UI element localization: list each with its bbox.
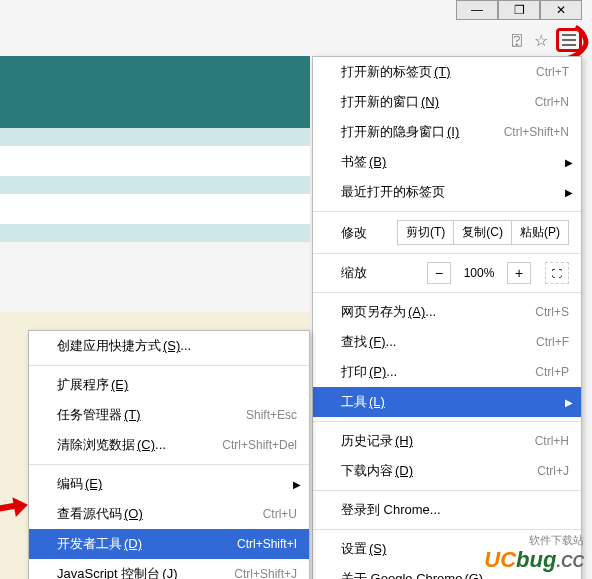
menu-recent-tabs[interactable]: 最近打开的标签页 ▶	[313, 177, 581, 207]
submenu-extensions[interactable]: 扩展程序(E)	[29, 370, 309, 400]
submenu-dev-tools[interactable]: 开发者工具(D) Ctrl+Shift+I	[29, 529, 309, 559]
submenu-js-console[interactable]: JavaScript 控制台(J) Ctrl+Shift+J	[29, 559, 309, 579]
menu-zoom-row: 缩放 − 100% + ⛶	[313, 258, 581, 288]
menu-settings[interactable]: 设置(S)	[313, 534, 581, 564]
menu-new-window[interactable]: 打开新的窗口(N) Ctrl+N	[313, 87, 581, 117]
cut-button[interactable]: 剪切(T)	[397, 220, 454, 245]
menu-separator	[313, 292, 581, 293]
favorite-icon[interactable]: ☆	[532, 31, 550, 49]
menu-save-as[interactable]: 网页另存为(A)... Ctrl+S	[313, 297, 581, 327]
menu-separator	[29, 365, 309, 366]
translate-icon[interactable]: ⍰	[508, 31, 526, 49]
chevron-right-icon: ▶	[565, 397, 573, 408]
toolbar: ⍰ ☆	[508, 28, 582, 52]
menu-downloads[interactable]: 下载内容(D) Ctrl+J	[313, 456, 581, 486]
menu-bookmarks[interactable]: 书签(B) ▶	[313, 147, 581, 177]
menu-tools[interactable]: 工具(L) ▶	[313, 387, 581, 417]
edit-label: 修改	[341, 224, 381, 242]
menu-about[interactable]: 关于 Google Chrome(G)	[313, 564, 581, 579]
menu-print[interactable]: 打印(P)... Ctrl+P	[313, 357, 581, 387]
fullscreen-button[interactable]: ⛶	[545, 262, 569, 284]
paste-button[interactable]: 粘贴(P)	[512, 220, 569, 245]
menu-new-tab[interactable]: 打开新的标签页(T) Ctrl+T	[313, 57, 581, 87]
menu-find[interactable]: 查找(F)... Ctrl+F	[313, 327, 581, 357]
menu-separator	[313, 490, 581, 491]
menu-incognito[interactable]: 打开新的隐身窗口(I) Ctrl+Shift+N	[313, 117, 581, 147]
submenu-clear-data[interactable]: 清除浏览数据(C)... Ctrl+Shift+Del	[29, 430, 309, 460]
chevron-right-icon: ▶	[565, 157, 573, 168]
zoom-out-button[interactable]: −	[427, 262, 451, 284]
window-controls: — ❐ ✕	[456, 0, 582, 20]
menu-edit-row: 修改 剪切(T) 复制(C) 粘贴(P)	[313, 216, 581, 249]
tools-submenu: 创建应用快捷方式(S)... 扩展程序(E) 任务管理器(T) Shift+Es…	[28, 330, 310, 579]
submenu-encoding[interactable]: 编码(E) ▶	[29, 469, 309, 499]
menu-separator	[313, 211, 581, 212]
chevron-right-icon: ▶	[565, 187, 573, 198]
zoom-label: 缩放	[341, 264, 381, 282]
menu-separator	[313, 529, 581, 530]
menu-separator	[313, 253, 581, 254]
submenu-create-shortcut[interactable]: 创建应用快捷方式(S)...	[29, 331, 309, 361]
chevron-right-icon: ▶	[293, 479, 301, 490]
menu-button[interactable]	[556, 28, 582, 52]
menu-history[interactable]: 历史记录(H) Ctrl+H	[313, 426, 581, 456]
zoom-in-button[interactable]: +	[507, 262, 531, 284]
minimize-button[interactable]: —	[456, 0, 498, 20]
zoom-value: 100%	[457, 266, 501, 280]
menu-separator	[313, 421, 581, 422]
close-button[interactable]: ✕	[540, 0, 582, 20]
menu-separator	[29, 464, 309, 465]
submenu-task-manager[interactable]: 任务管理器(T) Shift+Esc	[29, 400, 309, 430]
main-menu: 打开新的标签页(T) Ctrl+T 打开新的窗口(N) Ctrl+N 打开新的隐…	[312, 56, 582, 579]
copy-button[interactable]: 复制(C)	[454, 220, 512, 245]
maximize-button[interactable]: ❐	[498, 0, 540, 20]
menu-signin[interactable]: 登录到 Chrome...	[313, 495, 581, 525]
submenu-view-source[interactable]: 查看源代码(O) Ctrl+U	[29, 499, 309, 529]
